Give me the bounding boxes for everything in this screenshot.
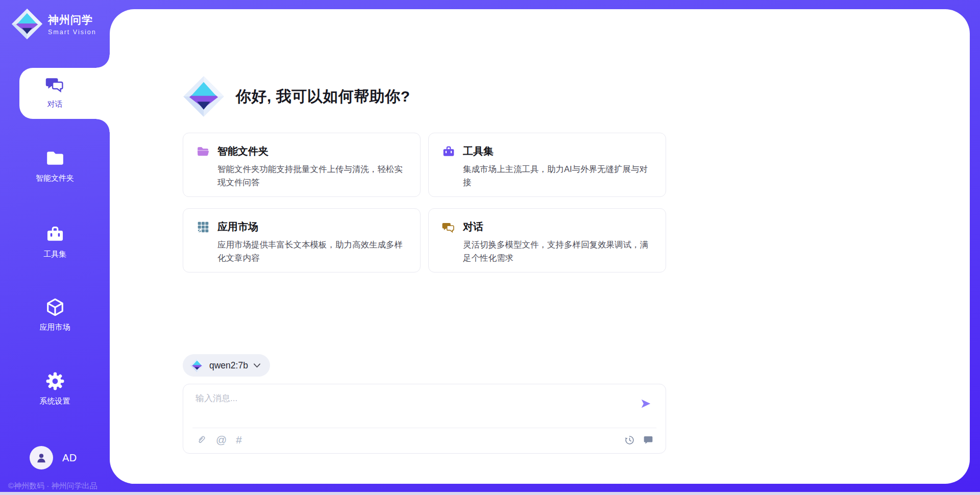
sidebar-item-toolset[interactable]: 工具集 [0,225,110,259]
copyright-text: ©神州数码 · 神州问学出品 [8,481,97,491]
paperclip-icon[interactable] [195,434,207,445]
chat-icon [442,220,455,234]
grid-icon [197,220,210,234]
at-icon[interactable]: @ [216,434,227,445]
card-title: 智能文件夹 [217,144,268,158]
feature-cards: 智能文件夹 智能文件夹功能支持批量文件上传与清洗，轻松实现文件问答 工具集 集成… [183,133,666,273]
person-icon [35,451,48,464]
sidebar-item-label: 智能文件夹 [0,174,110,183]
greeting-block: 你好, 我可以如何帮助你? [183,76,410,117]
send-icon[interactable] [640,398,651,409]
user-account[interactable]: AD [30,446,77,469]
cube-icon [45,298,65,317]
diamond-logo-icon [190,358,204,373]
chat-icon [45,75,65,94]
sidebar-item-label: 应用市场 [0,323,110,332]
card-description: 灵活切换多模型文件，支持多样回复效果调试，满足个性化需求 [463,238,652,264]
message-input[interactable] [195,392,614,422]
brand-name: 神州问学 [48,13,96,27]
toolbox-icon [45,225,65,244]
message-composer: @ # [183,384,666,454]
toolbox-icon [442,145,455,158]
history-icon[interactable] [624,435,635,445]
sidebar: 神州问学 Smart Vision 对话 智能文件夹 工具集 应 [0,0,110,495]
gear-icon [45,372,65,391]
tab-fillet-bottom [96,119,110,132]
brand: 神州问学 Smart Vision [11,8,96,40]
composer-divider [192,428,656,428]
chat-bubble-icon[interactable] [643,435,653,445]
user-initials: AD [62,452,77,464]
greeting-title: 你好, 我可以如何帮助你? [236,86,410,107]
card-toolset[interactable]: 工具集 集成市场上主流工具，助力AI与外界无缝扩展与对接 [428,133,666,197]
card-description: 集成市场上主流工具，助力AI与外界无缝扩展与对接 [463,163,652,189]
tab-fillet-top [96,55,110,68]
sidebar-item-chat[interactable]: 对话 [0,75,110,109]
sidebar-item-label: 对话 [0,100,110,109]
card-app-market[interactable]: 应用市场 应用市场提供丰富长文本模板，助力高效生成多样化文章内容 [183,208,421,273]
window-bottom-edge [0,492,980,495]
diamond-logo-icon [11,8,43,40]
model-selector[interactable]: qwen2:7b [183,354,270,377]
card-description: 应用市场提供丰富长文本模板，助力高效生成多样化文章内容 [217,238,407,264]
sidebar-item-app-market[interactable]: 应用市场 [0,298,110,332]
diamond-logo-icon [183,76,225,117]
sidebar-item-label: 系统设置 [0,397,110,406]
chevron-down-icon [253,363,261,368]
card-description: 智能文件夹功能支持批量文件上传与清洗，轻松实现文件问答 [217,163,407,189]
card-title: 工具集 [463,144,494,158]
folder-icon [45,148,65,168]
card-chat[interactable]: 对话 灵活切换多模型文件，支持多样回复效果调试，满足个性化需求 [428,208,666,273]
card-title: 应用市场 [217,220,258,234]
sidebar-item-settings[interactable]: 系统设置 [0,372,110,406]
card-title: 对话 [463,220,483,234]
model-name: qwen2:7b [209,360,248,371]
sidebar-item-label: 工具集 [0,250,110,259]
card-smart-folder[interactable]: 智能文件夹 智能文件夹功能支持批量文件上传与清洗，轻松实现文件问答 [183,133,421,197]
sidebar-item-smart-folder[interactable]: 智能文件夹 [0,148,110,183]
hash-icon[interactable]: # [236,434,242,445]
avatar [30,446,53,469]
folder-open-icon [197,145,210,158]
brand-subtitle: Smart Vision [48,29,96,36]
